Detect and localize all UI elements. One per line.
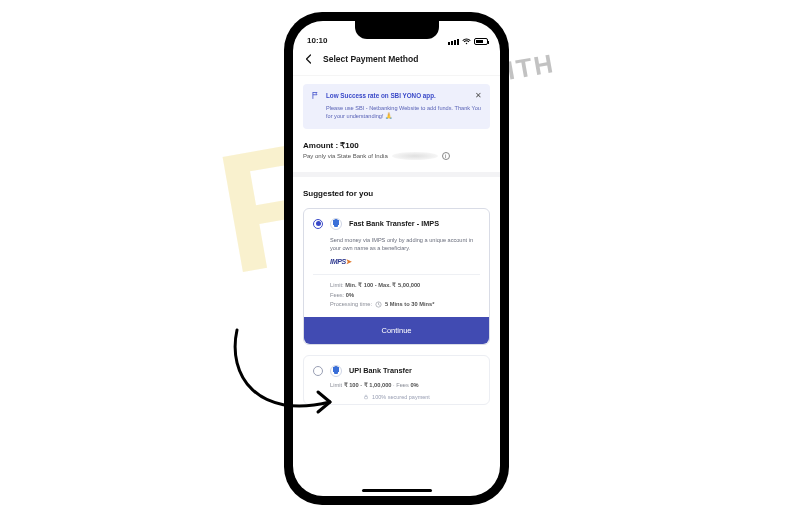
svg-rect-1 <box>365 396 368 398</box>
home-indicator <box>362 489 432 492</box>
clock-icon <box>375 301 382 308</box>
notice-title: Low Success rate on SBI YONO app. <box>326 92 469 99</box>
radio-selected-icon[interactable] <box>313 219 323 229</box>
processing-time-row: Processing time: 5 Mins to 30 Mins* <box>330 300 480 309</box>
lock-icon <box>363 394 369 400</box>
bank-icon <box>330 365 342 377</box>
divider <box>313 274 480 275</box>
suggested-title: Suggested for you <box>303 189 490 198</box>
notice-banner: Low Success rate on SBI YONO app. ✕ Plea… <box>303 84 490 129</box>
method-title: Fast Bank Transfer - IMPS <box>349 219 439 228</box>
payment-method-imps[interactable]: Fast Bank Transfer - IMPS Send money via… <box>303 208 490 345</box>
flag-icon <box>311 91 320 100</box>
secure-row: 100% secured payment <box>313 394 480 400</box>
page-title: Select Payment Method <box>323 54 418 64</box>
close-icon[interactable]: ✕ <box>475 92 482 100</box>
info-icon[interactable]: i <box>442 152 450 160</box>
payment-method-upi[interactable]: UPI Bank Transfer Limit ₹ 100 - ₹ 1,00,0… <box>303 355 490 405</box>
method-title: UPI Bank Transfer <box>349 366 412 375</box>
phone-screen: 10:10 Select Payment Method Low Success … <box>293 21 500 496</box>
signal-icon <box>448 39 459 45</box>
phone-frame: 10:10 Select Payment Method Low Success … <box>284 12 509 505</box>
limit-row: Limit: Min. ₹ 100 - Max. ₹ 5,00,000 <box>330 281 480 290</box>
app-header: Select Payment Method <box>293 45 500 76</box>
battery-icon <box>474 38 488 45</box>
bank-icon <box>330 218 342 230</box>
amount-section: Amount : ₹100 Pay only via State Bank of… <box>303 141 490 160</box>
back-arrow-icon[interactable] <box>303 53 315 65</box>
wifi-icon <box>462 38 471 45</box>
amount-subtext: Pay only via State Bank of India i <box>303 152 490 160</box>
pray-icon: 🙏 <box>385 113 392 119</box>
status-time: 10:10 <box>307 36 327 45</box>
section-separator <box>293 172 500 177</box>
continue-button[interactable]: Continue <box>304 317 489 344</box>
amount-label: Amount : ₹100 <box>303 141 490 150</box>
imps-logo: IMPS➤ <box>330 258 480 266</box>
radio-unselected-icon[interactable] <box>313 366 323 376</box>
upi-limit-row: Limit ₹ 100 - ₹ 1,00,000 · Fees 0% <box>330 382 480 388</box>
phone-notch <box>355 21 439 39</box>
redacted-account <box>392 152 438 160</box>
fees-row: Fees: 0% <box>330 291 480 300</box>
method-description: Send money via IMPS only by adding a uni… <box>330 237 480 253</box>
notice-body: Please use SBI - Netbanking Website to a… <box>326 104 482 121</box>
